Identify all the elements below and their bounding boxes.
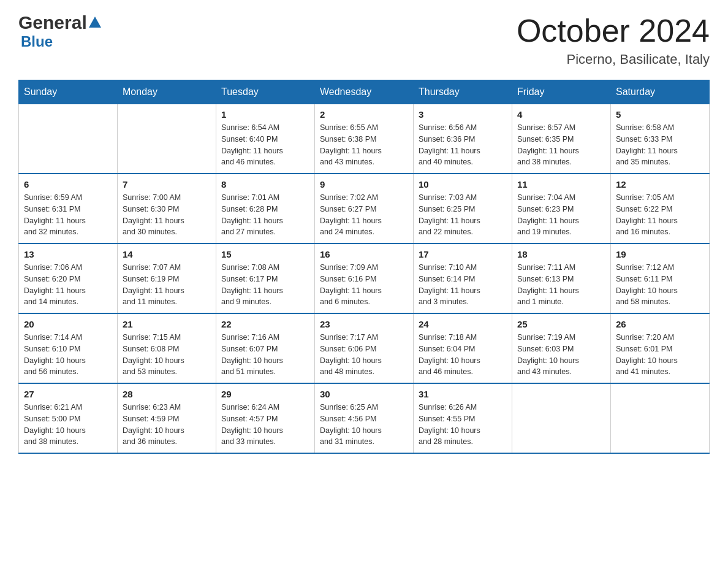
day-number: 24 <box>419 319 507 329</box>
calendar-cell: 22Sunrise: 7:16 AMSunset: 6:07 PMDayligh… <box>216 313 315 383</box>
day-number: 16 <box>320 249 408 259</box>
day-info: Sunrise: 7:17 AMSunset: 6:06 PMDaylight:… <box>320 332 408 378</box>
calendar-cell: 31Sunrise: 6:26 AMSunset: 4:55 PMDayligh… <box>414 383 512 453</box>
calendar-subtitle: Picerno, Basilicate, Italy <box>517 52 710 67</box>
day-info: Sunrise: 7:08 AMSunset: 6:17 PMDaylight:… <box>221 262 309 308</box>
day-info: Sunrise: 7:12 AMSunset: 6:11 PMDaylight:… <box>616 262 704 308</box>
day-info: Sunrise: 7:20 AMSunset: 6:01 PMDaylight:… <box>616 332 704 378</box>
logo-blue-text: Blue <box>21 33 53 50</box>
day-info: Sunrise: 6:58 AMSunset: 6:33 PMDaylight:… <box>616 122 704 168</box>
day-number: 25 <box>517 319 605 329</box>
weekday-header-row: SundayMondayTuesdayWednesdayThursdayFrid… <box>19 80 710 104</box>
calendar-cell: 26Sunrise: 7:20 AMSunset: 6:01 PMDayligh… <box>611 313 710 383</box>
day-info: Sunrise: 6:54 AMSunset: 6:40 PMDaylight:… <box>221 122 309 168</box>
day-info: Sunrise: 6:57 AMSunset: 6:35 PMDaylight:… <box>517 122 605 168</box>
day-number: 5 <box>616 109 704 120</box>
weekday-header-tuesday: Tuesday <box>216 80 315 104</box>
calendar-week-row: 27Sunrise: 6:21 AMSunset: 5:00 PMDayligh… <box>19 383 710 453</box>
day-info: Sunrise: 7:01 AMSunset: 6:28 PMDaylight:… <box>221 192 309 238</box>
day-number: 13 <box>24 249 112 259</box>
day-info: Sunrise: 7:07 AMSunset: 6:19 PMDaylight:… <box>123 262 211 308</box>
day-number: 18 <box>517 249 605 259</box>
weekday-header-wednesday: Wednesday <box>315 80 414 104</box>
calendar-cell: 18Sunrise: 7:11 AMSunset: 6:13 PMDayligh… <box>512 243 611 313</box>
weekday-header-sunday: Sunday <box>19 80 118 104</box>
logo-area: General Blue <box>18 12 101 50</box>
calendar-cell: 25Sunrise: 7:19 AMSunset: 6:03 PMDayligh… <box>512 313 611 383</box>
day-number: 10 <box>419 179 507 190</box>
day-info: Sunrise: 6:55 AMSunset: 6:38 PMDaylight:… <box>320 122 408 168</box>
calendar-cell: 21Sunrise: 7:15 AMSunset: 6:08 PMDayligh… <box>118 313 216 383</box>
day-info: Sunrise: 7:18 AMSunset: 6:04 PMDaylight:… <box>419 332 507 378</box>
calendar-week-row: 20Sunrise: 7:14 AMSunset: 6:10 PMDayligh… <box>19 313 710 383</box>
day-info: Sunrise: 6:24 AMSunset: 4:57 PMDaylight:… <box>221 402 309 448</box>
day-number: 26 <box>616 319 704 329</box>
day-number: 15 <box>221 249 309 259</box>
day-number: 9 <box>320 179 408 190</box>
day-info: Sunrise: 7:05 AMSunset: 6:22 PMDaylight:… <box>616 192 704 238</box>
calendar-cell: 6Sunrise: 6:59 AMSunset: 6:31 PMDaylight… <box>19 174 118 243</box>
day-info: Sunrise: 7:06 AMSunset: 6:20 PMDaylight:… <box>24 262 112 308</box>
day-info: Sunrise: 6:21 AMSunset: 5:00 PMDaylight:… <box>24 402 112 448</box>
calendar-cell: 10Sunrise: 7:03 AMSunset: 6:25 PMDayligh… <box>414 174 512 243</box>
day-number: 12 <box>616 179 704 190</box>
day-number: 29 <box>221 389 309 399</box>
calendar-cell: 23Sunrise: 7:17 AMSunset: 6:06 PMDayligh… <box>315 313 414 383</box>
calendar-cell <box>611 383 710 453</box>
day-number: 14 <box>123 249 211 259</box>
day-number: 4 <box>517 109 605 120</box>
weekday-header-monday: Monday <box>118 80 216 104</box>
calendar-cell: 20Sunrise: 7:14 AMSunset: 6:10 PMDayligh… <box>19 313 118 383</box>
weekday-header-thursday: Thursday <box>414 80 512 104</box>
calendar-cell: 27Sunrise: 6:21 AMSunset: 5:00 PMDayligh… <box>19 383 118 453</box>
day-number: 20 <box>24 319 112 329</box>
day-number: 28 <box>123 389 211 399</box>
calendar-cell: 24Sunrise: 7:18 AMSunset: 6:04 PMDayligh… <box>414 313 512 383</box>
day-info: Sunrise: 6:26 AMSunset: 4:55 PMDaylight:… <box>419 402 507 448</box>
calendar-cell: 30Sunrise: 6:25 AMSunset: 4:56 PMDayligh… <box>315 383 414 453</box>
weekday-header-friday: Friday <box>512 80 611 104</box>
day-info: Sunrise: 7:02 AMSunset: 6:27 PMDaylight:… <box>320 192 408 238</box>
day-number: 30 <box>320 389 408 399</box>
calendar-cell: 5Sunrise: 6:58 AMSunset: 6:33 PMDaylight… <box>611 104 710 174</box>
title-area: October 2024 Picerno, Basilicate, Italy <box>517 12 710 67</box>
weekday-header-saturday: Saturday <box>611 80 710 104</box>
calendar-cell: 1Sunrise: 6:54 AMSunset: 6:40 PMDaylight… <box>216 104 315 174</box>
day-number: 17 <box>419 249 507 259</box>
calendar-cell: 9Sunrise: 7:02 AMSunset: 6:27 PMDaylight… <box>315 174 414 243</box>
calendar-cell: 8Sunrise: 7:01 AMSunset: 6:28 PMDaylight… <box>216 174 315 243</box>
calendar-cell <box>19 104 118 174</box>
calendar-week-row: 1Sunrise: 6:54 AMSunset: 6:40 PMDaylight… <box>19 104 710 174</box>
calendar-cell: 29Sunrise: 6:24 AMSunset: 4:57 PMDayligh… <box>216 383 315 453</box>
calendar-cell: 13Sunrise: 7:06 AMSunset: 6:20 PMDayligh… <box>19 243 118 313</box>
calendar-cell: 17Sunrise: 7:10 AMSunset: 6:14 PMDayligh… <box>414 243 512 313</box>
logo-general-text: General <box>18 12 87 33</box>
day-number: 11 <box>517 179 605 190</box>
day-number: 27 <box>24 389 112 399</box>
calendar-cell: 12Sunrise: 7:05 AMSunset: 6:22 PMDayligh… <box>611 174 710 243</box>
calendar-table: SundayMondayTuesdayWednesdayThursdayFrid… <box>18 80 710 454</box>
calendar-cell: 2Sunrise: 6:55 AMSunset: 6:38 PMDaylight… <box>315 104 414 174</box>
day-number: 23 <box>320 319 408 329</box>
day-number: 21 <box>123 319 211 329</box>
day-number: 7 <box>123 179 211 190</box>
calendar-cell: 19Sunrise: 7:12 AMSunset: 6:11 PMDayligh… <box>611 243 710 313</box>
day-number: 1 <box>221 109 309 120</box>
day-info: Sunrise: 7:19 AMSunset: 6:03 PMDaylight:… <box>517 332 605 378</box>
day-info: Sunrise: 7:15 AMSunset: 6:08 PMDaylight:… <box>123 332 211 378</box>
calendar-cell <box>118 104 216 174</box>
calendar-week-row: 6Sunrise: 6:59 AMSunset: 6:31 PMDaylight… <box>19 174 710 243</box>
day-info: Sunrise: 7:16 AMSunset: 6:07 PMDaylight:… <box>221 332 309 378</box>
day-number: 8 <box>221 179 309 190</box>
day-info: Sunrise: 7:11 AMSunset: 6:13 PMDaylight:… <box>517 262 605 308</box>
logo-triangle-icon <box>89 17 101 28</box>
day-number: 31 <box>419 389 507 399</box>
calendar-cell: 15Sunrise: 7:08 AMSunset: 6:17 PMDayligh… <box>216 243 315 313</box>
calendar-cell: 4Sunrise: 6:57 AMSunset: 6:35 PMDaylight… <box>512 104 611 174</box>
calendar-cell: 11Sunrise: 7:04 AMSunset: 6:23 PMDayligh… <box>512 174 611 243</box>
calendar-cell: 16Sunrise: 7:09 AMSunset: 6:16 PMDayligh… <box>315 243 414 313</box>
day-info: Sunrise: 7:10 AMSunset: 6:14 PMDaylight:… <box>419 262 507 308</box>
day-info: Sunrise: 7:04 AMSunset: 6:23 PMDaylight:… <box>517 192 605 238</box>
calendar-cell <box>512 383 611 453</box>
day-number: 6 <box>24 179 112 190</box>
